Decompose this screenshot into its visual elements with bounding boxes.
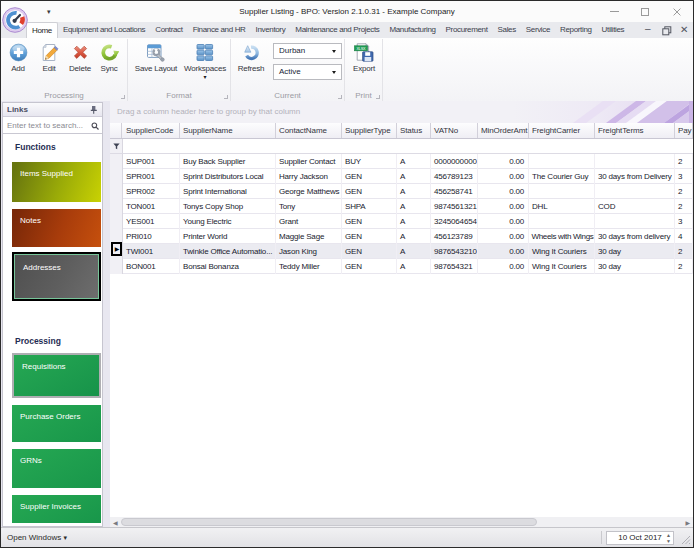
svg-text:XLSX: XLSX bbox=[356, 47, 366, 51]
